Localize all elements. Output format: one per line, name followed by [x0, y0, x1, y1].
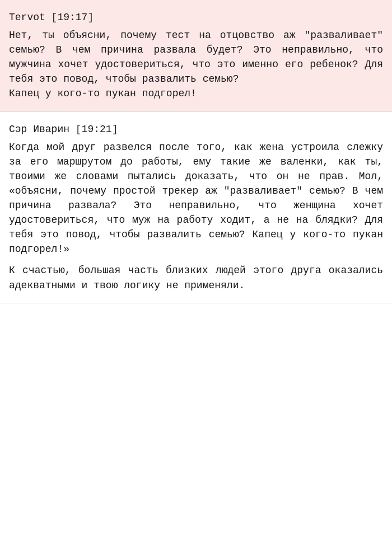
- message-paragraph: К счастью, большая часть близких людей э…: [9, 263, 383, 292]
- author-line: Сэр Иварин [19:21]: [9, 122, 383, 137]
- message-text: Когда мой друг развелся после того, как …: [9, 140, 383, 293]
- message-text: Нет, ты объясни, почему тест на отцовств…: [9, 28, 383, 101]
- message-paragraph: Нет, ты объясни, почему тест на отцовств…: [9, 28, 383, 101]
- message-block: Сэр Иварин [19:21]Когда мой друг развелс…: [0, 112, 392, 303]
- author-line: Tervot [19:17]: [9, 10, 383, 25]
- chat-container: Tervot [19:17]Нет, ты объясни, почему те…: [0, 0, 392, 303]
- message-paragraph: Когда мой друг развелся после того, как …: [9, 140, 383, 257]
- message-block: Tervot [19:17]Нет, ты объясни, почему те…: [0, 0, 392, 112]
